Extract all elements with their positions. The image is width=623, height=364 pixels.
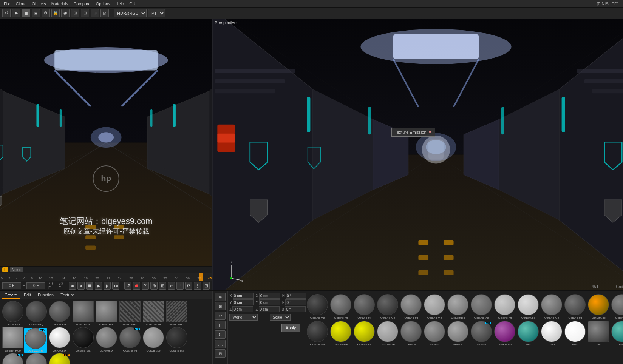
rmat2-10[interactable]: men: [540, 321, 563, 346]
toolbar-btn-gear[interactable]: ⚙: [42, 9, 50, 17]
menu-gui[interactable]: GUI: [127, 1, 139, 7]
mat-item-18[interactable]: MIX Octane Mi: [48, 353, 71, 364]
transport-btn-cross[interactable]: ⊕: [150, 282, 158, 290]
rmat2-5[interactable]: default: [423, 321, 446, 346]
timeline-marker[interactable]: [199, 273, 203, 281]
menu-materials[interactable]: Materials: [49, 1, 71, 7]
mat-item-2[interactable]: OctGlossy: [48, 301, 71, 326]
rmat-7[interactable]: Octane Ma: [470, 294, 493, 319]
coord-b-input[interactable]: [285, 306, 306, 312]
rmat2-8[interactable]: Octane Me: [493, 321, 516, 346]
rendermode-dropdown[interactable]: PT: [148, 9, 165, 17]
rmat2-12[interactable]: men: [587, 321, 610, 346]
toolbar-btn-sq2[interactable]: ⊞: [81, 9, 89, 17]
mat-tab-texture[interactable]: Texture: [57, 292, 77, 299]
mat-item-15[interactable]: Octane Ma: [165, 327, 188, 352]
icon-btn-2[interactable]: ⊞: [215, 302, 226, 310]
toolbar-btn-stop[interactable]: ⏹: [22, 9, 30, 17]
rmat-3[interactable]: Octane Ma: [376, 294, 399, 319]
coord-x2-input[interactable]: [259, 293, 280, 299]
rmat-2[interactable]: Octane Mi: [353, 294, 376, 319]
mat-item-5[interactable]: SciFi_Floor: [119, 301, 141, 326]
transport-btn-dots[interactable]: ⋮: [194, 282, 201, 290]
menu-help[interactable]: Help: [113, 1, 127, 7]
rmat-5[interactable]: Octane Ma: [423, 294, 446, 319]
mat-item-6[interactable]: SciFi_Floor: [142, 301, 165, 326]
toolbar-btn-play[interactable]: ▶: [12, 9, 20, 17]
transport-step-fwd[interactable]: ⏵: [104, 282, 111, 290]
icon-btn-4[interactable]: P: [215, 321, 226, 329]
rmat2-13[interactable]: men: [611, 321, 623, 346]
mat-item-9[interactable]: MIX Octane Mi: [24, 328, 47, 353]
coord-sys-dropdown[interactable]: World: [229, 314, 258, 321]
menu-options[interactable]: Options: [94, 1, 113, 7]
mat-item-14[interactable]: OctDiffuse: [142, 327, 165, 352]
transport-btn-p[interactable]: P: [176, 282, 184, 290]
rmat2-9[interactable]: men: [517, 321, 540, 346]
mat-item-11[interactable]: Octane Ma: [72, 327, 94, 352]
toolbar-btn-1[interactable]: ↺: [2, 9, 11, 17]
menu-cloud[interactable]: Cloud: [14, 1, 29, 7]
coord-y-input[interactable]: [233, 299, 254, 305]
rmat-9[interactable]: OctDiffuse: [517, 294, 540, 319]
rmat-8[interactable]: Octane Mi: [493, 294, 516, 319]
icon-btn-5[interactable]: G: [215, 330, 226, 339]
transport-goto-end[interactable]: ⏭: [112, 282, 119, 290]
rmat-1[interactable]: Octane Mi: [329, 294, 352, 319]
mat-item-8[interactable]: Scene_Roo: [2, 327, 24, 352]
icon-btn-7[interactable]: ⊡: [215, 349, 226, 358]
rmat2-0[interactable]: Octane Ma: [306, 321, 329, 346]
icon-btn-3[interactable]: ↩: [215, 312, 226, 320]
toolbar-btn-target[interactable]: ⊕: [91, 9, 99, 17]
rmat-12[interactable]: OctDiffuse: [587, 294, 610, 319]
start-frame-input[interactable]: [26, 282, 45, 289]
transport-btn-r1[interactable]: ↺: [124, 282, 131, 290]
mat-item-7[interactable]: SciFi_Floor: [165, 301, 188, 326]
menu-file[interactable]: File: [2, 1, 13, 7]
mat-item-3[interactable]: SciFi_Floor: [72, 301, 94, 326]
toolbar-btn-lock[interactable]: 🔒: [51, 9, 60, 17]
rmat2-4[interactable]: default: [400, 321, 422, 346]
icon-btn-1[interactable]: ⊕: [215, 293, 226, 301]
rmat2-7[interactable]: MIX default: [470, 321, 493, 346]
transport-play[interactable]: ▶: [95, 282, 102, 290]
mat-item-4[interactable]: Scene_Roo: [95, 301, 118, 326]
rmat-4[interactable]: Octane Mi: [400, 294, 422, 319]
mat-item-16[interactable]: MIX Octane Mi: [2, 353, 24, 364]
toolbar-btn-sq1[interactable]: ⊡: [71, 9, 79, 17]
toolbar-btn-circle[interactable]: ◉: [61, 9, 70, 17]
mat-item-17[interactable]: OctDiffuse: [25, 353, 48, 364]
mat-item-0[interactable]: OctGlossy: [2, 301, 24, 326]
mat-tab-function[interactable]: Function: [35, 292, 57, 299]
rmat2-1[interactable]: OctDiffuse: [329, 321, 352, 346]
apply-button[interactable]: Apply: [281, 324, 300, 332]
transport-btn-g[interactable]: G: [185, 282, 192, 290]
rmat2-6[interactable]: default: [447, 321, 469, 346]
colorspace-dropdown[interactable]: HDR/sRGB: [114, 9, 147, 17]
rmat-11[interactable]: Octane Mi: [564, 294, 586, 319]
menu-objects[interactable]: Objects: [29, 1, 48, 7]
toolbar-btn-r[interactable]: R: [32, 9, 40, 17]
toolbar-btn-m[interactable]: M: [100, 9, 109, 17]
transport-goto-start[interactable]: ⏮: [69, 282, 76, 290]
coord-y2-input[interactable]: [259, 299, 280, 305]
mat-tab-edit[interactable]: Edit: [21, 292, 34, 299]
transport-btn-r2[interactable]: ⏺: [133, 282, 140, 290]
coord-x-input[interactable]: [233, 293, 254, 299]
rmat-0[interactable]: Octane Ma: [306, 294, 329, 319]
rmat-10[interactable]: Octane Ma: [540, 294, 563, 319]
rmat-6[interactable]: OctDiffuse: [447, 294, 469, 319]
rmat2-11[interactable]: men: [564, 321, 586, 346]
menu-compare[interactable]: Compare: [71, 1, 93, 7]
transport-btn-grid[interactable]: ⊡: [203, 282, 210, 290]
transport-step-back[interactable]: ⏴: [77, 282, 85, 290]
transport-btn-q[interactable]: ?: [142, 282, 149, 290]
rmat-13[interactable]: MIX Octane Mi: [611, 294, 623, 319]
mat-item-10[interactable]: OctGlossy: [48, 327, 71, 352]
timeline[interactable]: 0 2 4 6 8 10 12 14 16 18 20 22 24 26 28 …: [0, 273, 212, 281]
tex-emission-close[interactable]: ✕: [428, 130, 432, 135]
icon-btn-6[interactable]: ⋮⋮: [215, 340, 226, 348]
mat-item-12[interactable]: OctGlossy: [95, 327, 118, 352]
scale-dropdown[interactable]: Scale: [270, 314, 291, 321]
coord-z-input[interactable]: [232, 306, 253, 312]
